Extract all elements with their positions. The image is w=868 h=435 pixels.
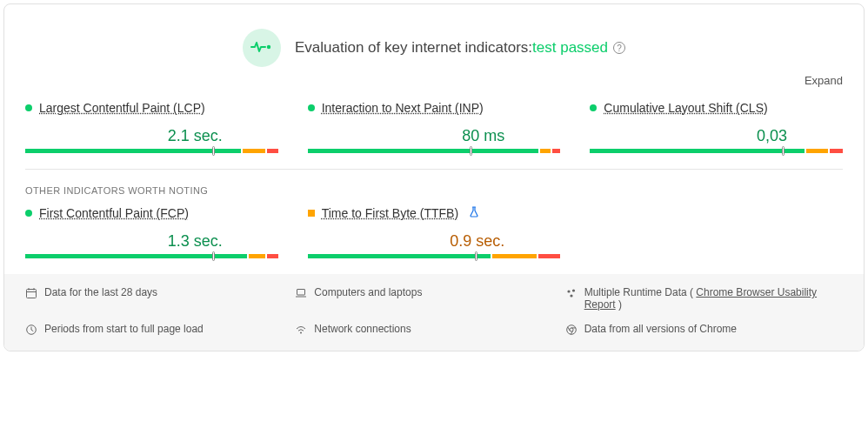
svg-point-8 [570, 294, 572, 297]
pulse-icon [250, 40, 273, 57]
panel-footer: Data for the last 28 days Computers and … [4, 274, 864, 351]
footer-runtime: Multiple Runtime Data ( Chrome Browser U… [565, 286, 843, 311]
metric-inp-link[interactable]: Interaction to Next Paint (INP) [322, 101, 484, 115]
metric-fcp-bar [25, 254, 278, 258]
footer-data-period: Data for the last 28 days [25, 286, 277, 311]
secondary-metrics-row: First Contentful Paint (FCP) 1.3 sec. Ti… [4, 201, 864, 274]
metric-inp-value: 80 ms [462, 127, 504, 145]
footer-periods: Periods from start to full page load [25, 323, 277, 338]
laptop-icon [295, 287, 307, 302]
status-dot-icon [25, 104, 32, 111]
secondary-heading: OTHER INDICATORS WORTH NOTING [4, 170, 864, 201]
expand-toggle[interactable]: Expand [4, 74, 864, 92]
metric-ttfb-bar [308, 254, 561, 258]
marker-icon [475, 251, 477, 261]
svg-point-0 [267, 44, 270, 48]
metric-cls-value: 0,03 [757, 127, 787, 145]
metric-cls-bar [590, 149, 843, 153]
chrome-icon [565, 324, 578, 338]
metric-inp: Interaction to Next Paint (INP) 80 ms [308, 101, 561, 153]
status-dot-icon [590, 104, 597, 111]
metric-lcp-bar [25, 149, 278, 153]
scatter-icon [565, 287, 578, 302]
metric-cls: Cumulative Layout Shift (CLS) 0,03 [590, 101, 843, 153]
flask-icon [469, 206, 479, 220]
footer-chrome-versions: Data from all versions of Chrome [565, 323, 843, 338]
svg-point-6 [567, 290, 570, 292]
footer-network: Network connections [295, 323, 547, 338]
status-dot-icon [25, 210, 32, 217]
footer-device-text: Computers and laptops [314, 286, 422, 298]
metric-ttfb: Time to First Byte (TTFB) 0.9 sec. [308, 206, 561, 258]
metric-fcp-link[interactable]: First Contentful Paint (FCP) [39, 206, 189, 220]
metric-lcp-link[interactable]: Largest Contentful Paint (LCP) [39, 101, 205, 115]
footer-chrome-versions-text: Data from all versions of Chrome [584, 323, 737, 335]
metric-inp-bar [308, 149, 561, 153]
status-square-icon [308, 210, 315, 217]
metric-lcp-value: 2.1 sec. [168, 127, 223, 145]
metric-cls-link[interactable]: Cumulative Layout Shift (CLS) [604, 101, 767, 115]
footer-runtime-prefix: Multiple Runtime Data ( [584, 286, 697, 298]
header-title: Evaluation of key internet indicators:te… [295, 39, 608, 57]
footer-periods-text: Periods from start to full page load [44, 323, 204, 335]
web-vitals-panel: Evaluation of key internet indicators:te… [3, 3, 865, 351]
metric-lcp: Largest Contentful Paint (LCP) 2.1 sec. [25, 101, 278, 153]
header-title-prefix: Evaluation of key internet indicators: [295, 39, 532, 56]
metric-ttfb-link[interactable]: Time to First Byte (TTFB) [322, 206, 458, 220]
clock-icon [25, 324, 37, 338]
svg-point-7 [572, 289, 575, 291]
svg-rect-1 [27, 290, 37, 298]
metric-empty-spacer [590, 206, 843, 258]
footer-device: Computers and laptops [295, 286, 547, 311]
panel-header: Evaluation of key internet indicators:te… [4, 4, 864, 74]
svg-rect-5 [297, 290, 305, 296]
calendar-icon [25, 287, 37, 302]
wifi-icon [295, 324, 307, 338]
metric-fcp: First Contentful Paint (FCP) 1.3 sec. [25, 206, 278, 258]
footer-runtime-suffix: ) [616, 298, 622, 311]
marker-icon [470, 146, 472, 156]
marker-icon [212, 251, 215, 261]
help-icon[interactable]: ? [613, 42, 625, 54]
primary-metrics-row: Largest Contentful Paint (LCP) 2.1 sec. … [4, 92, 864, 169]
performance-icon-wrap [243, 29, 281, 67]
footer-network-text: Network connections [314, 323, 411, 335]
metric-ttfb-value: 0.9 sec. [450, 232, 504, 251]
footer-data-period-text: Data for the last 28 days [44, 286, 157, 298]
header-status: test passed [532, 39, 608, 56]
marker-icon [782, 146, 785, 156]
marker-icon [212, 146, 215, 156]
status-dot-icon [308, 104, 315, 111]
svg-point-10 [300, 332, 302, 334]
metric-fcp-value: 1.3 sec. [168, 232, 223, 251]
